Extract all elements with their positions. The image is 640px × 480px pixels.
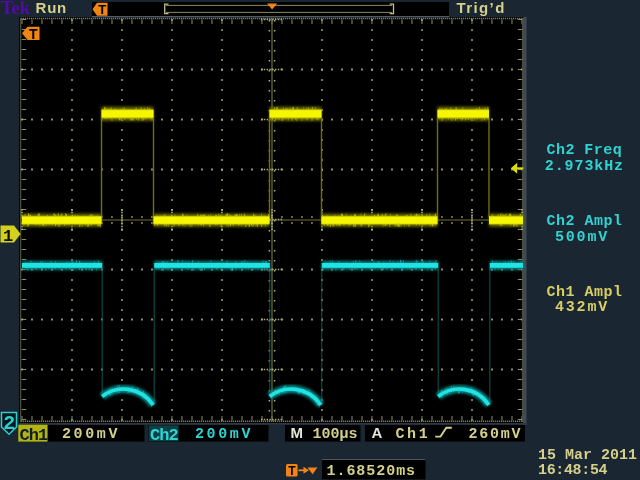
svg-text:432mV: 432mV: [555, 299, 609, 316]
svg-text:Ch2: Ch2: [150, 426, 178, 445]
svg-text:2.973kHz: 2.973kHz: [545, 158, 624, 175]
svg-text:200mV: 200mV: [195, 426, 253, 443]
svg-text:T: T: [98, 2, 106, 17]
svg-text:Trig’d: Trig’d: [457, 0, 506, 16]
svg-text:T: T: [288, 464, 296, 478]
svg-text:Ch2 Freq: Ch2 Freq: [547, 142, 623, 159]
svg-text:500mV: 500mV: [555, 229, 609, 246]
svg-text:16:48:54: 16:48:54: [538, 462, 608, 479]
svg-text:T: T: [29, 26, 38, 42]
svg-text:200mV: 200mV: [62, 426, 120, 443]
svg-text:100µs: 100µs: [313, 426, 358, 443]
svg-text:Ch1: Ch1: [396, 426, 431, 443]
svg-text:A: A: [372, 424, 383, 441]
svg-text:Run: Run: [36, 0, 68, 16]
svg-text:1: 1: [3, 227, 13, 246]
svg-text:Ch1: Ch1: [20, 426, 48, 445]
svg-text:1.68520ms: 1.68520ms: [327, 463, 417, 480]
svg-text:260mV: 260mV: [469, 426, 523, 443]
svg-text:Tek: Tek: [1, 0, 31, 18]
svg-text:M: M: [291, 424, 304, 441]
svg-text:Ch2 Ampl: Ch2 Ampl: [547, 213, 623, 230]
svg-text:2: 2: [3, 412, 15, 435]
